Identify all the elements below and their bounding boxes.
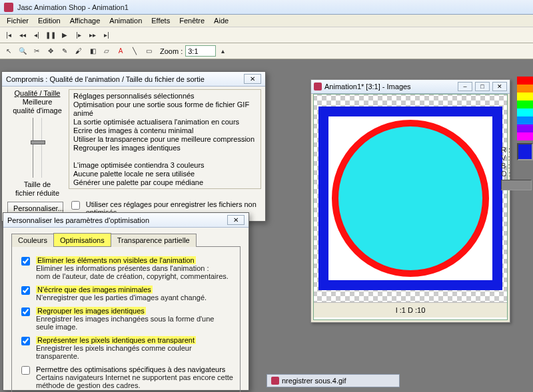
- opt-merge-identical-label: Regrouper les images identiques: [36, 307, 146, 315]
- move-icon[interactable]: ✥: [44, 45, 57, 58]
- quality-slider-group: Qualité / Taille Meilleure qualité d'ima…: [6, 89, 69, 198]
- null-swatch: [501, 180, 532, 190]
- rewind-icon[interactable]: ◂◂: [16, 29, 29, 42]
- dialog-compromise-titlebar[interactable]: Compromis : Qualité de l'animation / Tai…: [2, 72, 265, 87]
- taskbar-file-button[interactable]: nregistrer sous.4.gif: [266, 374, 400, 387]
- zoom-label: Zoom :: [160, 47, 183, 55]
- opt-minimal-frames-label: N'écrire que des images minimales: [36, 286, 153, 294]
- dialog-compromise-close[interactable]: ✕: [244, 74, 261, 84]
- canvas-window-title: Animation1* [3:1] - Images: [324, 83, 455, 91]
- canvas-close-button[interactable]: ✕: [492, 82, 507, 91]
- tab-transparency[interactable]: Transparence partielle: [111, 234, 197, 247]
- fill-icon[interactable]: ▱: [100, 45, 113, 58]
- opt-remove-invisible-checkbox[interactable]: [21, 257, 30, 266]
- pal-magenta[interactable]: [517, 132, 533, 140]
- pal-orange[interactable]: [517, 85, 533, 93]
- menubar: Fichier Edition Affichage Animation Effe…: [0, 15, 533, 27]
- window-titlebar: Jasc Animation Shop - Animation1: [0, 0, 533, 15]
- settings-info-box: Réglages personnalisés sélectionnésOptim…: [69, 89, 261, 189]
- menu-edition[interactable]: Edition: [34, 15, 65, 27]
- line-icon[interactable]: ╲: [128, 45, 141, 58]
- crop-icon[interactable]: ✂: [30, 45, 43, 58]
- menu-fichier[interactable]: Fichier: [3, 15, 33, 27]
- opt-merge-identical-checkbox[interactable]: [21, 307, 30, 316]
- tab-colors[interactable]: Couleurs: [11, 234, 54, 247]
- toolbar-tools: ↖ 🔍 ✂ ✥ ✎ 🖌 ◧ ▱ A ╲ ▭ Zoom : ▴: [0, 43, 533, 59]
- shape-icon[interactable]: ▭: [142, 45, 155, 58]
- pointer-icon[interactable]: ↖: [2, 45, 15, 58]
- slider-header: Qualité / Taille: [6, 89, 69, 98]
- menu-animation[interactable]: Animation: [105, 15, 146, 27]
- canvas-window[interactable]: Animation1* [3:1] - Images – □ ✕ I :1 D …: [310, 79, 510, 323]
- dialog-optimize-close[interactable]: ✕: [227, 215, 245, 225]
- canvas-window-titlebar[interactable]: Animation1* [3:1] - Images – □ ✕: [311, 80, 510, 94]
- eyedropper-icon[interactable]: ✎: [58, 45, 71, 58]
- quality-slider[interactable]: [33, 118, 42, 178]
- dialog-compromise-title: Compromis : Qualité de l'animation / Tai…: [6, 75, 205, 83]
- doc-icon: [314, 83, 322, 91]
- canvas-min-button[interactable]: –: [458, 82, 472, 91]
- frame-content: [318, 106, 502, 290]
- forward-icon[interactable]: ▸▸: [86, 29, 99, 42]
- app-icon: [4, 3, 13, 12]
- pal-violet[interactable]: [517, 124, 533, 132]
- prev-frame-icon[interactable]: ◂|: [30, 29, 43, 42]
- opt-transparent-pixels-label: Représenter les pixels identiques en tra…: [36, 336, 196, 344]
- brush-icon[interactable]: 🖌: [72, 45, 85, 58]
- menu-effets[interactable]: Effets: [147, 15, 174, 27]
- opt-browser-specific-label: Permettre des optimisations spécifiques …: [36, 365, 225, 373]
- slider-top-label: Meilleure qualité d'image: [6, 98, 69, 115]
- file-icon: [271, 377, 279, 385]
- opt-minimal-frames-checkbox[interactable]: [21, 286, 30, 295]
- pal-cyan[interactable]: [517, 108, 533, 116]
- dialog-compromise[interactable]: Compromis : Qualité de l'animation / Tai…: [1, 71, 266, 222]
- menu-affichage[interactable]: Affichage: [66, 15, 105, 27]
- pal-yellow[interactable]: [517, 93, 533, 100]
- optimize-tabs: Couleurs Optimisations Transparence part…: [11, 233, 241, 247]
- pal-red[interactable]: [517, 77, 533, 85]
- toolbar-playback: |◂ ◂◂ ◂| ❚❚ ▶ |▸ ▸▸ ▸|: [0, 27, 533, 43]
- zoom-spinner-icon[interactable]: ▴: [219, 45, 227, 58]
- first-frame-icon[interactable]: |◂: [2, 29, 15, 42]
- eraser-icon[interactable]: ◧: [86, 45, 99, 58]
- pal-green[interactable]: [517, 100, 533, 108]
- save-unoptimized-checkbox[interactable]: [71, 201, 80, 210]
- rgb-readout: R :V :B :O :: [501, 146, 532, 190]
- zoom-icon[interactable]: 🔍: [16, 45, 29, 58]
- zoom-input[interactable]: [185, 45, 216, 57]
- tab-optimizations[interactable]: Optimisations: [53, 233, 111, 246]
- pal-blue[interactable]: [517, 116, 533, 124]
- last-frame-icon[interactable]: ▸|: [100, 29, 113, 42]
- opt-remove-invisible-label: Eliminer les éléments non visibles de l'…: [36, 256, 196, 264]
- circle-shape: [332, 120, 489, 277]
- canvas-max-button[interactable]: □: [475, 82, 490, 91]
- dialog-optimize-title: Personnaliser les paramètres d'optimisat…: [7, 216, 149, 224]
- canvas-frame[interactable]: [314, 95, 507, 302]
- menu-fenetre[interactable]: Fenêtre: [175, 15, 209, 27]
- opt-transparent-pixels-checkbox[interactable]: [21, 337, 30, 345]
- slider-bottom-label: Taille de fichier réduite: [6, 180, 69, 198]
- slider-thumb-icon[interactable]: [31, 140, 45, 144]
- next-frame-icon[interactable]: |▸: [72, 29, 85, 42]
- opt-browser-specific-checkbox[interactable]: [21, 366, 30, 375]
- dialog-optimize[interactable]: Personnaliser les paramètres d'optimisat…: [3, 212, 249, 391]
- frame-info: I :1 D :10: [314, 302, 507, 317]
- dialog-optimize-titlebar[interactable]: Personnaliser les paramètres d'optimisat…: [3, 213, 249, 228]
- window-title: Jasc Animation Shop - Animation1: [17, 3, 129, 11]
- pause-icon[interactable]: ❚❚: [44, 29, 57, 42]
- text-icon[interactable]: A: [114, 45, 127, 58]
- canvas-body: I :1 D :10: [313, 94, 508, 320]
- play-icon[interactable]: ▶: [58, 29, 71, 42]
- menu-aide[interactable]: Aide: [210, 15, 233, 27]
